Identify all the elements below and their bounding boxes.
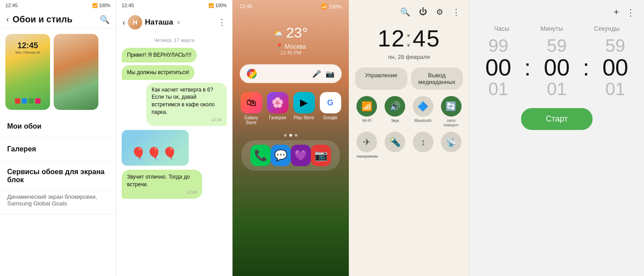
timer-add-icon[interactable]: + (614, 7, 619, 18)
wallpaper-thumbnails: 12:45 Mon, February 28 (0, 29, 116, 115)
message-4: Звучит отлично. Тогда до встречи. 12:40 (122, 170, 202, 198)
sound-tile-icon: 🔊 (385, 96, 405, 117)
dock-messages[interactable]: 💬 (271, 145, 291, 166)
msg-back-button[interactable]: ‹ (123, 18, 125, 27)
sound-tile-label: Звук (391, 118, 399, 123)
qs-tile-wifi[interactable]: 📶 Wi-Fi (355, 96, 379, 127)
app-galaxy-store[interactable]: 🛍 Galaxy Store (240, 92, 263, 125)
mic-icon[interactable]: 🎤 (312, 70, 321, 78)
qs-tile-data[interactable]: ↕ (411, 132, 435, 159)
timer-seconds-col: 59 00 01 (591, 36, 640, 99)
menu-services[interactable]: Сервисы обоев для экрана блок (0, 161, 116, 192)
galaxy-store-icon: 🛍 (241, 92, 262, 113)
timer-display: 99 00 01 : 59 00 01 : 59 00 01 (470, 36, 644, 99)
play-store-icon: ▶ (293, 92, 315, 113)
more-button[interactable]: ⋮ (218, 17, 226, 27)
mini-icon-blue (22, 98, 27, 104)
message-image: 🎈🎈🎈 (122, 130, 189, 166)
dock-phone[interactable]: 📞 (250, 145, 271, 166)
page-dots (233, 130, 349, 140)
qs-tile-hotspot[interactable]: 📡 (439, 132, 463, 159)
status-bar-2: 12:45 📶 100% (116, 0, 232, 11)
date-divider: Четверг, 17 марта (116, 34, 232, 46)
qs-tile-bluetooth[interactable]: 🔷 Bluetooth (411, 96, 435, 127)
time-1: 12:45 (5, 3, 18, 8)
timer-minutes-current: 00 (544, 56, 570, 79)
dock-app[interactable]: 💜 (291, 145, 311, 166)
timer-seconds-prev: 59 (606, 36, 626, 56)
qs-more-icon[interactable]: ⋮ (452, 7, 460, 17)
google-logo: G (247, 69, 257, 79)
menu-services-sub: Динамический экран блокировки, Samsung G… (0, 192, 116, 214)
rotation-tile-icon: 🔄 (441, 96, 462, 117)
balloon-emoji: 🎈🎈🎈 (131, 146, 178, 161)
bluetooth-tile-label: Bluetooth (415, 118, 432, 123)
airplane-tile-icon: ✈ (356, 132, 377, 152)
back-button[interactable]: ‹ (6, 15, 9, 24)
timer-minutes-col: 59 00 01 (533, 36, 581, 99)
app-google[interactable]: G Google (319, 92, 342, 125)
phone-status-bar: 12:45 📶 100% (233, 0, 349, 11)
qs-control-btn[interactable]: Управление (355, 67, 407, 90)
location-icon: 📍 (275, 43, 283, 50)
qs-output-btn[interactable]: Вывод медиаданных (411, 67, 463, 90)
status-icons-1: 📶 100% (92, 3, 110, 8)
dot-3 (295, 134, 297, 137)
wallpaper-title: Обои и стиль (13, 14, 72, 25)
timer-minutes-label: Минуты (540, 25, 563, 32)
dot-1 (284, 134, 287, 137)
mini-icon-green (29, 98, 34, 104)
qs-tile-sound[interactable]: 🔊 Звук (383, 96, 407, 127)
qs-tile-torch[interactable]: 🔦 (383, 132, 407, 159)
phone-status-icons: 📶 100% (321, 4, 342, 9)
signal-icon-1: 📶 (92, 3, 97, 8)
timer-labels: Часы Минуты Секунды (470, 25, 644, 36)
qs-top-icons: 🔍 ⏻ ⚙ ⋮ (349, 0, 469, 21)
phone-battery: 100% (329, 4, 342, 9)
search-bar[interactable]: G 🎤 📷 (240, 64, 342, 83)
timer-seconds-next: 01 (606, 79, 626, 99)
dot-2 (289, 134, 292, 137)
search-action-icons: 🎤 📷 (312, 70, 335, 78)
weather-city: 📍 Москва (275, 43, 306, 50)
contact-name: Наташа (145, 18, 173, 27)
msg-time-4: 12:40 (127, 189, 197, 195)
message-2: Мы должны встретиться! (122, 65, 195, 80)
wallpaper-thumb-2[interactable] (54, 34, 98, 110)
search-button[interactable]: 🔍 (100, 15, 110, 25)
airplane-tile-label: Авиарежим (356, 154, 377, 159)
time-2: 12:45 (122, 3, 134, 8)
wifi-tile-icon: 📶 (356, 96, 377, 117)
timer-more-icon[interactable]: ⋮ (626, 7, 635, 18)
timer-hours-prev: 99 (488, 36, 508, 56)
timer-colon-2: : (581, 54, 591, 81)
dock-camera[interactable]: 📷 (311, 145, 331, 166)
message-container: Четверг, 17 марта Привет! Я ВЕРНУЛАСЬ!!!… (116, 34, 232, 276)
timer-minutes-prev: 59 (547, 36, 567, 56)
timer-panel: + ⋮ Часы Минуты Секунды 99 00 01 : 59 00… (470, 0, 644, 276)
wallpaper-header: ‹ Обои и стиль 🔍 (0, 11, 116, 29)
qs-media-row: Управление Вывод медиаданных (349, 67, 469, 96)
qs-settings-icon[interactable]: ⚙ (436, 7, 443, 17)
timer-top-icons: + ⋮ (470, 0, 644, 25)
app-grid: 🛍 Galaxy Store 🌸 Галерея ▶ Play Store G … (233, 92, 349, 130)
qs-tile-rotation[interactable]: 🔄 Авто поворот (439, 96, 463, 127)
lens-icon[interactable]: 📷 (326, 70, 335, 78)
qs-clock: 12:45 (349, 21, 469, 54)
thumb-date-1: Mon, February 28 (15, 51, 40, 54)
quick-settings-panel: 🔍 ⏻ ⚙ ⋮ 12:45 пн, 28 февраля Управление … (349, 0, 470, 276)
battery-1: 100% (99, 3, 110, 8)
mini-icon-red (15, 98, 21, 104)
menu-my-wallpapers[interactable]: Мои обои (0, 115, 116, 138)
qs-power-icon[interactable]: ⏻ (419, 7, 427, 17)
qs-tile-airplane[interactable]: ✈ Авиарежим (355, 132, 379, 159)
qs-search-icon[interactable]: 🔍 (400, 7, 410, 17)
menu-gallery[interactable]: Галерея (0, 138, 116, 161)
google-label: Google (323, 115, 337, 120)
weather-row: ⛅ 23° (274, 25, 308, 41)
app-gallery[interactable]: 🌸 Галерея (266, 92, 289, 125)
dock-bar: 📞 💬 💜 📷 (242, 140, 340, 171)
start-button[interactable]: Старт (521, 108, 593, 130)
wallpaper-thumb-1[interactable]: 12:45 Mon, February 28 (5, 34, 50, 110)
app-play-store[interactable]: ▶ Play Store (292, 92, 315, 125)
